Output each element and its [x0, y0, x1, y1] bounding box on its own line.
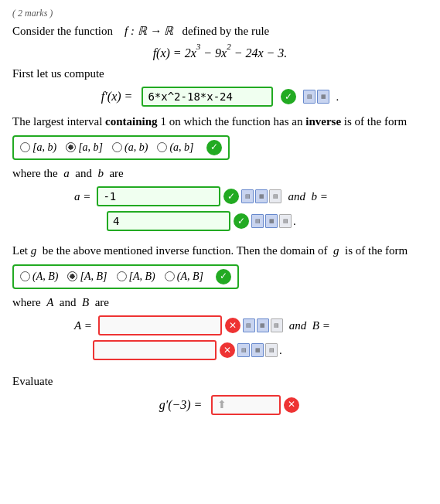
interval-form: is of the form	[344, 115, 407, 128]
interval-text: The largest interval	[12, 115, 105, 128]
doc-icon-1[interactable]: ▤	[303, 90, 316, 104]
A-doc-icon-2[interactable]: ▦	[257, 318, 269, 332]
period-1: .	[336, 90, 339, 104]
inverse-bold: inverse	[305, 115, 341, 128]
interval-value: 1	[160, 115, 169, 128]
B-doc-icon-2[interactable]: ▦	[251, 343, 264, 357]
radio-label-2d: (A, B]	[177, 271, 203, 283]
doc-icon-2[interactable]: ▦	[317, 90, 329, 104]
period-3: .	[279, 344, 282, 357]
period-2: .	[293, 215, 296, 228]
radio-circle-1d	[157, 142, 167, 152]
radio-option-2a[interactable]: (A, B)	[20, 271, 58, 283]
radio2-check-icon: ✓	[216, 269, 231, 284]
gprime-row: g′(−3) = ⬆ ✕	[12, 395, 428, 415]
marks-label: ( 2 marks )	[12, 8, 428, 19]
a-input[interactable]	[97, 186, 220, 206]
B-row: ✕ ▤ ▦ ▤ .	[74, 340, 428, 360]
b-doc-icon-1[interactable]: ▤	[251, 214, 264, 228]
b-check-icon: ✓	[234, 213, 249, 229]
A-input[interactable]	[98, 315, 222, 335]
ab-inputs-container: a = ✓ ▤ ▦ ▤ and b = ✓ ▤ ▦ ▤ .	[74, 186, 428, 231]
b-row: ✓ ▤ ▦ ▤ .	[74, 211, 428, 231]
A-label: A =	[74, 319, 92, 332]
radio-circle-2b	[67, 271, 77, 281]
B-doc-icon-3[interactable]: ▤	[265, 343, 278, 357]
radio-label-2b: [A, B]	[80, 271, 107, 283]
a-doc-icons: ▤ ▦ ▤	[241, 189, 281, 203]
radio-option-2b[interactable]: [A, B]	[67, 271, 107, 283]
intro-line: Consider the function f : ℝ → ℝ defined …	[12, 22, 428, 40]
radio-label-2c: [A, B)	[129, 271, 155, 283]
a-doc-icon-3[interactable]: ▤	[269, 189, 281, 203]
where-ab-line: where the a and b are	[12, 165, 428, 182]
gprime-input[interactable]	[211, 395, 281, 415]
b-doc-icons: ▤ ▦ ▤	[251, 214, 292, 228]
a-label: a =	[74, 190, 90, 203]
main-formula: f(x) = 2x3 − 9x2 − 24x − 3.	[12, 45, 428, 60]
fprime-label: f′(x) =	[101, 90, 133, 104]
radio-label-1c: (a, b)	[124, 141, 148, 154]
radio-option-2d[interactable]: (A, B]	[165, 271, 203, 283]
radio-circle-2a	[20, 271, 30, 281]
and-b-label: and b =	[288, 190, 327, 203]
radio-circle-2c	[117, 271, 127, 281]
B-doc-icon-1[interactable]: ▤	[237, 343, 250, 357]
radio-label-1b: [a, b]	[78, 141, 103, 154]
interval-radio-group[interactable]: [a, b) [a, b] (a, b) (a, b] ✓	[12, 135, 230, 160]
fprime-row: f′(x) = ✓ ▤ ▦ .	[12, 87, 428, 107]
and-B-label: and B =	[289, 319, 330, 332]
a-doc-icon-2[interactable]: ▦	[255, 189, 268, 203]
A-row: A = ✕ ▤ ▦ ▤ and B =	[74, 315, 428, 335]
B-doc-icons: ▤ ▦ ▤	[237, 343, 278, 357]
A-cross-icon: ✕	[225, 318, 240, 333]
B-input[interactable]	[93, 340, 217, 360]
domain-radio-group[interactable]: (A, B) [A, B] [A, B) (A, B] ✓	[12, 264, 239, 289]
A-doc-icon-3[interactable]: ▤	[271, 318, 283, 332]
b-doc-icon-2[interactable]: ▦	[265, 214, 278, 228]
interval-line: The largest interval containing 1 on whi…	[12, 113, 428, 131]
function-notation: f : ℝ → ℝ	[124, 25, 176, 37]
radio-circle-2d	[165, 271, 175, 281]
intro-text: Consider the function	[12, 25, 113, 37]
radio-circle-1b	[66, 142, 76, 152]
radio-option-2c[interactable]: [A, B)	[117, 271, 155, 283]
let-g-line: Let g be the above mentioned inverse fun…	[12, 242, 428, 260]
interval-rest: on which the function has an	[169, 115, 306, 128]
compute-text: First let us compute	[12, 65, 428, 83]
radio-option-1b[interactable]: [a, b]	[66, 141, 103, 154]
radio-label-1a: [a, b)	[32, 141, 56, 154]
radio-label-1d: (a, b]	[169, 141, 193, 154]
radio-label-2a: (A, B)	[32, 271, 58, 283]
a-row: a = ✓ ▤ ▦ ▤ and b =	[74, 186, 428, 206]
A-doc-icon-1[interactable]: ▤	[243, 318, 255, 332]
b-doc-icon-3[interactable]: ▤	[279, 214, 292, 228]
A-doc-icons: ▤ ▦ ▤	[243, 318, 283, 332]
radio-option-1a[interactable]: [a, b)	[20, 141, 56, 154]
AB-inputs-container: A = ✕ ▤ ▦ ▤ and B = ✕ ▤ ▦ ▤ .	[74, 315, 428, 360]
a-doc-icon-1[interactable]: ▤	[241, 189, 254, 203]
B-cross-icon: ✕	[220, 342, 235, 358]
gprime-cross-icon: ✕	[284, 397, 299, 413]
gprime-label: g′(−3) =	[159, 398, 203, 412]
a-check-icon: ✓	[223, 189, 239, 204]
radio-option-1c[interactable]: (a, b)	[112, 141, 148, 154]
defined-by-rule: defined by the rule	[182, 25, 269, 37]
where-AB-line: where A and B are	[12, 294, 428, 312]
radio-option-1d[interactable]: (a, b]	[157, 141, 193, 154]
radio1-check-icon: ✓	[206, 140, 222, 155]
containing-bold: containing	[105, 115, 158, 128]
radio-circle-1c	[112, 142, 122, 152]
fprime-check-icon: ✓	[281, 89, 296, 104]
radio-circle-1a	[20, 142, 30, 152]
fprime-doc-icons: ▤ ▦	[303, 90, 329, 104]
evaluate-text: Evaluate	[12, 373, 428, 390]
fprime-input[interactable]	[142, 87, 273, 107]
b-input[interactable]	[107, 211, 230, 231]
